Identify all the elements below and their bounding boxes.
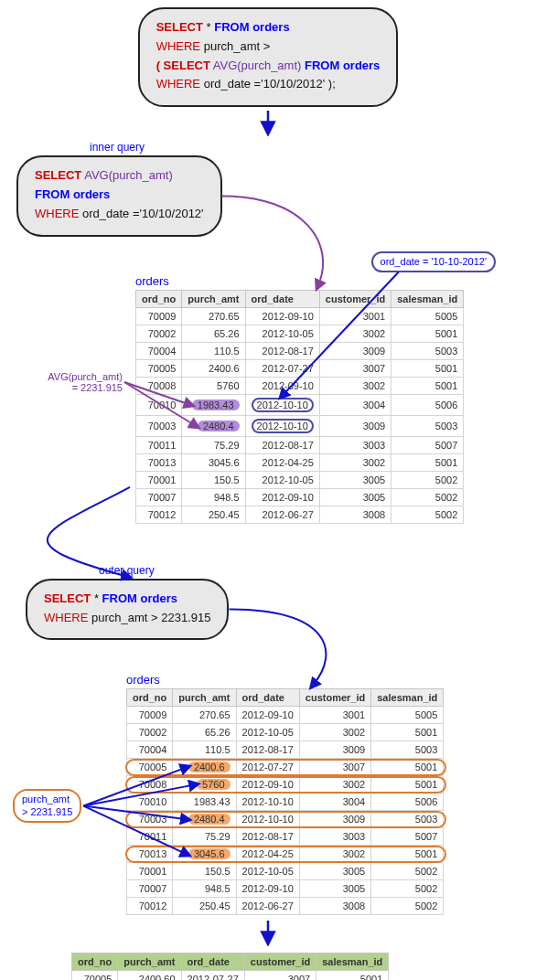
table-cell: 5001 (371, 776, 444, 794)
kw-where: WHERE (156, 39, 200, 53)
sql-text: * (207, 20, 211, 34)
table-cell: 3002 (319, 325, 391, 342)
purch-annotation: purch_amt> 2231.915 (13, 789, 81, 822)
table-cell: 5760 (182, 377, 245, 394)
table-cell: 5760 (173, 776, 236, 794)
table-cell: 250.45 (173, 898, 236, 915)
table-cell: 5007 (391, 436, 464, 453)
table-row: 700032480.42012-10-1030095003 (127, 811, 445, 828)
table-row: 70004110.52012-08-1730095003 (127, 741, 445, 759)
table-cell: 70003 (127, 811, 173, 828)
table-cell: 70005 (127, 759, 173, 776)
column-header: salesman_id (391, 290, 464, 307)
table-cell: 110.5 (182, 342, 245, 359)
table-row: 7000857602012-09-1030025001 (136, 377, 464, 394)
table-cell: 3045.6 (182, 453, 245, 471)
table-cell: 3009 (299, 811, 370, 828)
table-cell: 70005 (72, 971, 118, 980)
table-row: 7000265.262012-10-0530025001 (136, 325, 464, 342)
column-header: ord_no (127, 689, 173, 707)
table-row: 700101983.432012-10-1030045006 (127, 794, 445, 811)
table-cell: 2012-10-10 (245, 394, 319, 415)
table-cell: 3001 (319, 307, 391, 325)
table-cell: 5002 (371, 898, 444, 915)
table-cell: 2012-10-05 (236, 724, 299, 741)
table-cell: 3005 (299, 880, 370, 898)
kw-where: WHERE (44, 611, 88, 624)
table-cell: 3007 (299, 759, 370, 776)
table-row: 700052400.602012-07-2730075001 (72, 971, 389, 980)
table-row: 70001150.52012-10-0530055002 (136, 471, 464, 488)
table-cell: 1983.43 (182, 394, 245, 415)
sql-text: ord_date ='10/10/2012' ); (204, 77, 336, 91)
table-cell: 2012-07-27 (181, 971, 244, 980)
table-cell: 5001 (371, 759, 444, 776)
column-header: ord_date (236, 689, 299, 707)
table-row: 700101983.432012-10-1030045006 (136, 394, 464, 415)
column-header: purch_amt (182, 290, 245, 307)
table-cell: 65.26 (173, 724, 236, 741)
table-cell: 3045.6 (173, 846, 236, 863)
table-cell: 5003 (371, 811, 444, 828)
table-title: orders (135, 274, 529, 288)
table-cell: 2012-06-27 (245, 506, 319, 523)
table-cell: 3001 (299, 707, 370, 724)
table-cell: 110.5 (173, 741, 236, 759)
table-cell: 5005 (371, 707, 444, 724)
kw-from: FROM orders (305, 59, 380, 72)
table-cell: 3007 (244, 971, 316, 980)
table-cell: 2012-08-17 (245, 436, 319, 453)
table-cell: 250.45 (182, 506, 245, 523)
sql-inner-box: SELECT AVG(purch_amt) FROM orders WHERE … (16, 155, 222, 236)
table-row: 700133045.62012-04-2530025001 (136, 453, 464, 471)
table-cell: 5001 (316, 971, 389, 980)
table-cell: 2400.60 (118, 971, 181, 980)
table-cell: 3005 (319, 488, 391, 506)
table-cell: 5001 (391, 325, 464, 342)
table-cell: 75.29 (173, 828, 236, 846)
table-cell: 3009 (299, 741, 370, 759)
table-cell: 5003 (391, 415, 464, 436)
table-row: 70009270.652012-09-1030015005 (127, 707, 445, 724)
table-cell: 70008 (136, 377, 182, 394)
column-header: salesman_id (316, 953, 389, 971)
table-cell: 2012-08-17 (236, 828, 299, 846)
table-cell: 3005 (319, 471, 391, 488)
table-cell: 2480.4 (182, 415, 245, 436)
table-cell: 3003 (299, 828, 370, 846)
table-cell: 3004 (319, 394, 391, 415)
table-title: orders (126, 673, 529, 687)
kw-where: WHERE (35, 207, 79, 220)
sql-text: purch_amt > 2231.915 (91, 611, 210, 624)
table-cell: 5002 (391, 471, 464, 488)
table-row: 70012250.452012-06-2730085002 (136, 506, 464, 523)
table-row: 700052400.62012-07-2730075001 (136, 359, 464, 377)
table-cell: 70001 (136, 471, 182, 488)
table-cell: 70011 (127, 828, 173, 846)
table-row: 70012250.452012-06-2730085002 (127, 898, 445, 915)
column-header: customer_id (244, 953, 316, 971)
table-cell: 75.29 (182, 436, 245, 453)
orders-table-inner: ord_nopurch_amtord_datecustomer_idsalesm… (135, 290, 464, 524)
sql-text: * (94, 591, 99, 605)
column-header: ord_no (72, 953, 118, 971)
column-header: customer_id (319, 290, 391, 307)
sql-text: ord_date ='10/10/2012' (82, 207, 204, 220)
table-row: 70007948.52012-09-1030055002 (127, 880, 445, 898)
table-cell: 948.5 (182, 488, 245, 506)
table-cell: 2012-09-10 (236, 707, 299, 724)
column-header: customer_id (299, 689, 370, 707)
sql-main-box: SELECT * FROM orders WHERE purch_amt > (… (138, 7, 399, 107)
table-cell: 70007 (136, 488, 182, 506)
table-cell: 1983.43 (173, 794, 236, 811)
table-cell: 3009 (319, 415, 391, 436)
table-cell: 5002 (371, 863, 444, 880)
table-cell: 2012-08-17 (245, 342, 319, 359)
avg-annotation: AVG(purch_amt)= 2231.915 (13, 371, 123, 393)
table-cell: 2012-09-10 (245, 307, 319, 325)
table-cell: 70003 (136, 415, 182, 436)
outer-query-label: outer query (99, 564, 529, 577)
table-cell: 5003 (391, 342, 464, 359)
kw-avg: AVG(purch_amt) (213, 59, 302, 72)
kw-select: SELECT (35, 168, 81, 182)
